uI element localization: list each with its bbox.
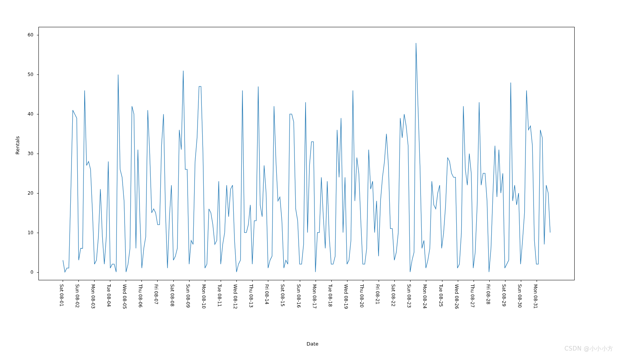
x-tick-mark xyxy=(110,280,110,282)
x-tick-label: Sat 08-29 xyxy=(501,284,507,306)
x-tick-mark xyxy=(537,280,537,282)
x-tick-label: Mon 08-17 xyxy=(312,284,317,309)
x-tick-mark xyxy=(426,280,426,282)
x-tick-mark xyxy=(316,280,316,282)
x-tick-mark xyxy=(141,280,142,282)
x-tick-label: Mon 08-03 xyxy=(90,284,96,309)
x-tick-label: Thu 08-27 xyxy=(470,284,475,308)
y-tick-mark xyxy=(37,272,38,273)
x-tick-label: Fri 08-14 xyxy=(264,284,269,304)
x-tick-mark xyxy=(126,280,126,282)
x-tick-mark xyxy=(489,280,490,282)
x-tick-mark xyxy=(300,280,300,282)
x-tick-mark xyxy=(157,280,158,282)
y-tick-mark xyxy=(37,233,38,233)
x-tick-label: Sun 08-16 xyxy=(296,284,301,308)
x-tick-mark xyxy=(63,280,63,282)
x-tick-mark xyxy=(205,280,205,282)
x-tick-mark xyxy=(78,280,79,282)
x-tick-mark xyxy=(410,280,411,282)
x-tick-mark xyxy=(394,280,395,282)
line-series xyxy=(39,27,574,280)
y-tick-mark xyxy=(37,74,38,75)
y-tick-label: 10 xyxy=(28,230,37,235)
x-tick-mark xyxy=(94,280,95,282)
chart-frame xyxy=(38,27,575,280)
x-tick-mark xyxy=(268,280,268,282)
x-tick-label: Sun 08-23 xyxy=(406,284,412,308)
x-tick-label: Tue 08-11 xyxy=(217,284,222,307)
x-tick-label: Tue 08-18 xyxy=(327,284,333,307)
x-tick-mark xyxy=(442,280,442,282)
x-tick-label: Wed 08-05 xyxy=(122,284,127,309)
x-tick-mark xyxy=(284,280,284,282)
x-tick-mark xyxy=(173,280,174,282)
x-tick-mark xyxy=(331,280,332,282)
x-tick-label: Sun 08-02 xyxy=(75,284,80,308)
x-tick-label: Sat 08-15 xyxy=(280,284,285,306)
x-tick-label: Thu 08-20 xyxy=(359,284,364,308)
x-tick-mark xyxy=(252,280,253,282)
x-tick-label: Thu 08-06 xyxy=(138,284,143,308)
y-tick-mark xyxy=(37,35,38,35)
x-tick-mark xyxy=(347,280,347,282)
x-tick-mark xyxy=(379,280,379,282)
x-tick-mark xyxy=(189,280,189,282)
y-tick-mark xyxy=(37,114,38,114)
x-tick-mark xyxy=(221,280,221,282)
x-tick-label: Tue 08-04 xyxy=(106,284,111,307)
x-tick-label: Tue 08-25 xyxy=(438,284,444,307)
y-tick-label: 30 xyxy=(28,151,37,156)
y-tick-mark xyxy=(37,154,38,154)
x-tick-label: Sun 08-30 xyxy=(517,284,522,308)
x-tick-label: Fri 08-21 xyxy=(375,284,380,304)
y-tick-label: 60 xyxy=(28,32,37,38)
x-tick-mark xyxy=(236,280,237,282)
y-tick-label: 40 xyxy=(28,111,37,117)
x-tick-label: Mon 08-24 xyxy=(422,284,427,309)
x-tick-mark xyxy=(521,280,521,282)
x-tick-label: Sun 08-09 xyxy=(185,284,191,308)
x-tick-label: Sat 08-22 xyxy=(391,284,396,306)
x-tick-label: Mon 08-31 xyxy=(533,284,538,309)
x-axis-label: Date xyxy=(306,341,318,347)
y-tick-label: 0 xyxy=(30,270,37,275)
x-tick-label: Fri 08-28 xyxy=(485,284,491,304)
watermark: CSDN @小小小方 xyxy=(564,345,613,352)
x-tick-label: Mon 08-10 xyxy=(201,284,206,309)
x-tick-label: Wed 08-19 xyxy=(343,284,349,309)
y-axis-label: Rentals xyxy=(15,136,20,154)
x-tick-mark xyxy=(458,280,458,282)
y-tick-label: 50 xyxy=(28,72,37,77)
x-tick-label: Thu 08-13 xyxy=(248,284,254,308)
x-tick-label: Wed 08-26 xyxy=(454,284,459,309)
x-tick-label: Sat 08-08 xyxy=(170,284,175,306)
y-tick-label: 20 xyxy=(28,190,37,196)
x-tick-mark xyxy=(363,280,363,282)
x-tick-label: Wed 08-12 xyxy=(233,284,238,309)
x-tick-label: Fri 08-07 xyxy=(153,284,159,304)
y-tick-mark xyxy=(37,193,38,194)
x-tick-mark xyxy=(474,280,474,282)
x-tick-label: Sat 08-01 xyxy=(59,284,64,306)
x-tick-mark xyxy=(505,280,505,282)
